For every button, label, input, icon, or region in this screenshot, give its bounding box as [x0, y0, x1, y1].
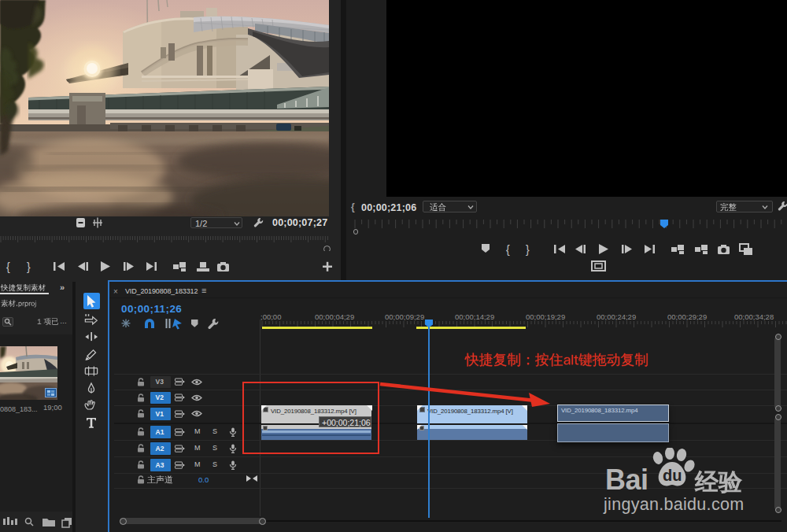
svg-text:}: } — [27, 260, 31, 273]
svg-text:{: { — [6, 260, 10, 273]
svg-text:{: { — [506, 243, 510, 256]
svg-text:}: } — [526, 243, 530, 256]
svg-text:du: du — [663, 467, 682, 484]
